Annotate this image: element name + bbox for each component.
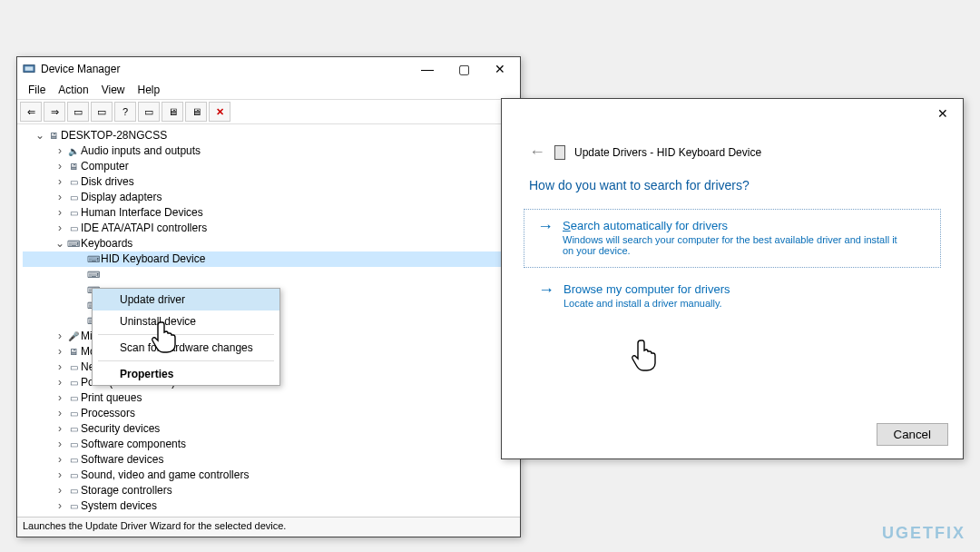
nav-back-icon[interactable]: ⇐ bbox=[20, 102, 42, 122]
context-properties[interactable]: Properties bbox=[93, 363, 279, 385]
option-browse-computer[interactable]: → Browse my computer for drivers Locate … bbox=[538, 282, 941, 309]
chevron-right-icon[interactable]: › bbox=[54, 375, 66, 390]
chevron-right-icon[interactable]: › bbox=[54, 452, 66, 468]
chevron-right-icon[interactable]: › bbox=[54, 406, 66, 421]
dialog-title: Update Drivers - HID Keyboard Device bbox=[574, 146, 761, 159]
option-subtitle: Windows will search your computer for th… bbox=[563, 234, 907, 256]
menu-file[interactable]: File bbox=[23, 84, 51, 96]
dialog-question: How do you want to search for drivers? bbox=[529, 178, 941, 192]
chevron-right-icon[interactable]: › bbox=[54, 221, 66, 236]
minimize-button[interactable]: — bbox=[409, 57, 446, 81]
close-button[interactable]: ✕ bbox=[482, 57, 518, 81]
sound-icon: ▭ bbox=[66, 468, 81, 483]
menu-view[interactable]: View bbox=[96, 84, 131, 96]
tree-category[interactable]: ›▭Sound, video and game controllers bbox=[23, 468, 516, 483]
tree-category[interactable]: ›▭Software components bbox=[23, 437, 516, 452]
cursor-hand-icon bbox=[150, 318, 181, 354]
toolbar-icon[interactable]: 🖥 bbox=[185, 102, 207, 122]
keyboard-icon: ⌨ bbox=[66, 236, 81, 251]
cancel-button[interactable]: Cancel bbox=[877, 423, 949, 446]
chevron-right-icon[interactable]: › bbox=[54, 421, 66, 437]
storage-icon: ▭ bbox=[66, 483, 81, 498]
chevron-right-icon[interactable]: › bbox=[54, 514, 66, 517]
status-text: Launches the Update Driver Wizard for th… bbox=[23, 520, 286, 531]
back-arrow-icon[interactable]: ← bbox=[529, 143, 545, 162]
dialog-header: ← Update Drivers - HID Keyboard Device bbox=[549, 143, 941, 162]
chevron-right-icon[interactable]: › bbox=[54, 205, 66, 221]
computer-icon: 🖥 bbox=[46, 128, 61, 143]
chevron-right-icon[interactable]: › bbox=[54, 329, 66, 344]
tree-category[interactable]: ›▭IDE ATA/ATAPI controllers bbox=[23, 221, 516, 236]
chevron-right-icon[interactable]: › bbox=[54, 190, 66, 205]
toolbar-icon[interactable]: ▭ bbox=[67, 102, 89, 122]
menu-action[interactable]: Action bbox=[53, 84, 93, 96]
keyboard-icon bbox=[554, 145, 565, 160]
display-icon: ▭ bbox=[66, 190, 81, 205]
tree-category[interactable]: ›▭Display adapters bbox=[23, 190, 516, 205]
context-scan-hardware[interactable]: Scan for hardware changes bbox=[93, 337, 279, 359]
tree-category[interactable]: ›▭Storage controllers bbox=[23, 483, 516, 498]
scan-hardware-icon[interactable]: 🖥 bbox=[162, 102, 183, 122]
chevron-right-icon[interactable]: › bbox=[54, 498, 66, 514]
toolbar-icon[interactable]: ▭ bbox=[138, 102, 160, 122]
svg-rect-1 bbox=[25, 66, 34, 70]
chevron-right-icon[interactable]: › bbox=[54, 483, 66, 498]
mic-icon: 🎤 bbox=[66, 329, 81, 344]
tree-category[interactable]: ›▭Universal Serial Bus controllers bbox=[23, 514, 516, 517]
tree-category[interactable]: ›▭Disk drives bbox=[23, 174, 516, 190]
tree-item-hid-keyboard[interactable]: ⌨HID Keyboard Device bbox=[23, 251, 516, 267]
computer-icon: 🖥 bbox=[66, 159, 81, 174]
watermark-logo: UGETFIX bbox=[882, 524, 965, 543]
cursor-hand-icon bbox=[630, 336, 661, 372]
tree-category[interactable]: ›▭Processors bbox=[23, 406, 516, 421]
port-icon: ▭ bbox=[66, 375, 81, 390]
close-button[interactable]: ✕ bbox=[925, 102, 961, 125]
option-search-automatically[interactable]: → Search automatically for drivers Windo… bbox=[524, 209, 941, 268]
tree-category[interactable]: ›🖥Computer bbox=[23, 159, 516, 174]
device-manager-window: Device Manager — ▢ ✕ File Action View He… bbox=[16, 56, 521, 537]
tree-category[interactable]: ›▭Security devices bbox=[23, 421, 516, 437]
context-uninstall-device[interactable]: Uninstall device bbox=[93, 310, 279, 332]
chevron-right-icon[interactable]: › bbox=[54, 143, 66, 159]
network-icon: ▭ bbox=[66, 360, 81, 375]
tree-category[interactable]: ›▭System devices bbox=[23, 498, 516, 514]
toolbar-icon[interactable]: ▭ bbox=[91, 102, 113, 122]
maximize-button[interactable]: ▢ bbox=[446, 57, 482, 81]
tree-category[interactable]: ›▭Human Interface Devices bbox=[23, 205, 516, 221]
chevron-right-icon[interactable]: › bbox=[54, 344, 66, 360]
titlebar[interactable]: Device Manager — ▢ ✕ bbox=[17, 57, 520, 81]
printer-icon: ▭ bbox=[66, 390, 81, 406]
computer-name: DESKTOP-28NGCSS bbox=[61, 128, 167, 143]
tree-category[interactable]: ›▭Print queues bbox=[23, 390, 516, 406]
software-icon: ▭ bbox=[66, 437, 81, 452]
menu-bar: File Action View Help bbox=[17, 81, 520, 99]
tree-root[interactable]: ⌄ 🖥 DESKTOP-28NGCSS bbox=[23, 128, 516, 143]
menu-help[interactable]: Help bbox=[132, 84, 166, 96]
chevron-right-icon[interactable]: › bbox=[54, 390, 66, 406]
tree-item[interactable]: ⌨ bbox=[23, 267, 516, 282]
chevron-right-icon[interactable]: › bbox=[54, 468, 66, 483]
chevron-right-icon[interactable]: › bbox=[54, 360, 66, 375]
chevron-right-icon[interactable]: › bbox=[54, 437, 66, 452]
dialog-button-bar: Cancel bbox=[877, 423, 949, 446]
chevron-right-icon[interactable]: › bbox=[54, 174, 66, 190]
toolbar: ⇐ ⇒ ▭ ▭ ? ▭ 🖥 🖥 ✕ bbox=[17, 99, 520, 124]
security-icon: ▭ bbox=[66, 421, 81, 437]
tree-category[interactable]: ›▭Software devices bbox=[23, 452, 516, 468]
chevron-right-icon[interactable]: › bbox=[54, 159, 66, 174]
tree-category[interactable]: ›🔈Audio inputs and outputs bbox=[23, 143, 516, 159]
nav-fwd-icon[interactable]: ⇒ bbox=[44, 102, 65, 122]
chevron-down-icon[interactable]: ⌄ bbox=[54, 236, 66, 251]
audio-icon: 🔈 bbox=[66, 143, 81, 159]
status-bar: Launches the Update Driver Wizard for th… bbox=[17, 517, 520, 537]
chevron-down-icon[interactable]: ⌄ bbox=[34, 128, 46, 143]
software-icon: ▭ bbox=[66, 452, 81, 468]
context-update-driver[interactable]: Update driver bbox=[93, 289, 279, 310]
dialog-titlebar[interactable]: ✕ bbox=[502, 99, 963, 128]
delete-icon[interactable]: ✕ bbox=[209, 102, 230, 122]
ide-icon: ▭ bbox=[66, 221, 81, 236]
option-title: Search automatically for drivers bbox=[563, 219, 907, 232]
tree-category-keyboards[interactable]: ⌄⌨Keyboards bbox=[23, 236, 516, 251]
toolbar-icon[interactable]: ? bbox=[114, 102, 136, 122]
separator bbox=[98, 334, 274, 335]
